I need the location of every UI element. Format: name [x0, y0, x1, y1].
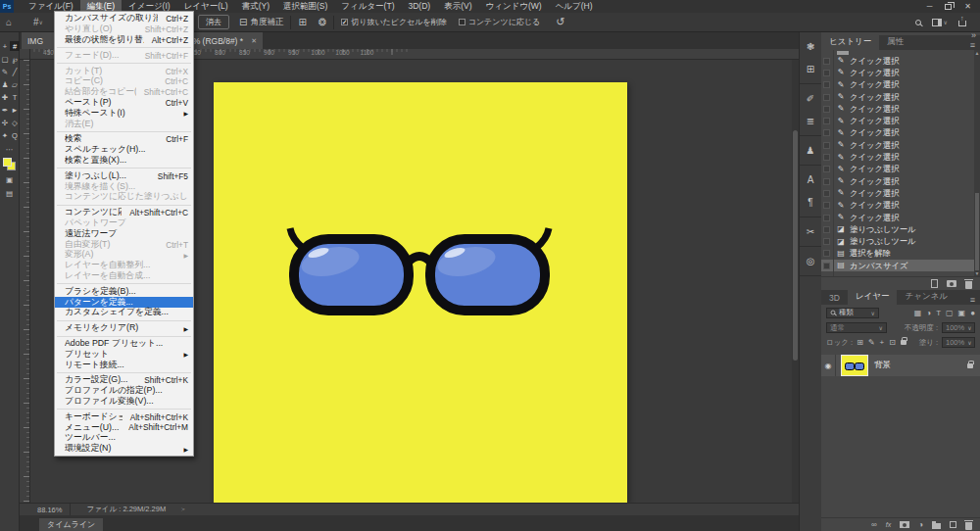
lock-move-icon[interactable]: +: [880, 338, 885, 347]
menu-item[interactable]: 最後の状態を切り替えAlt+Ctrl+Z: [55, 35, 193, 46]
tool-presets-panel-icon[interactable]: ✂: [800, 220, 821, 243]
history-source-well[interactable]: [823, 215, 830, 221]
filter-type-icon[interactable]: T: [936, 309, 941, 317]
menu-表示(V)[interactable]: 表示(V): [437, 0, 478, 13]
menu-item[interactable]: リモート接続...: [55, 360, 193, 370]
menu-item[interactable]: やり直し(O)Shift+Ctrl+Z: [55, 24, 193, 35]
brush-tool[interactable]: ╱: [10, 67, 20, 76]
filter-pixel-icon[interactable]: ▦: [914, 309, 922, 317]
delete-cropped-pixels-checkbox[interactable]: [341, 19, 348, 25]
menu-item[interactable]: キーボードショートカット...Alt+Shift+Ctrl+K: [55, 411, 193, 422]
character-panel-icon[interactable]: A: [800, 169, 821, 191]
layer-thumbnail[interactable]: [842, 356, 867, 375]
reset-icon[interactable]: ↺: [556, 17, 564, 27]
clone-stamp-tool[interactable]: ♟: [0, 79, 10, 89]
scrollbar-thumb[interactable]: [975, 193, 979, 270]
scroll-up-icon[interactable]: ▲: [974, 50, 980, 56]
history-source-well[interactable]: [823, 238, 830, 245]
blend-mode-select[interactable]: 通常 ∨: [826, 322, 887, 333]
menu-item[interactable]: Adobe PDF プリセット...: [55, 339, 193, 350]
history-source-well[interactable]: [823, 118, 830, 124]
lock-transparency-icon[interactable]: ⊞: [857, 338, 863, 347]
history-source-well[interactable]: [823, 178, 830, 185]
history-source-well[interactable]: [823, 106, 830, 113]
history-row[interactable]: ◪塗りつぶしツール: [821, 223, 974, 235]
new-layer-icon[interactable]: [950, 521, 956, 528]
lock-all-icon[interactable]: [901, 340, 906, 345]
menu-item[interactable]: ペースト(P)Ctrl+V: [55, 98, 193, 109]
layer-filter-select[interactable]: 種類 ∨: [826, 308, 879, 318]
menu-item[interactable]: パターンを定義...: [55, 297, 193, 308]
home-icon[interactable]: ⌂: [6, 18, 12, 27]
straighten-icon[interactable]: ⊟: [239, 18, 247, 27]
menu-3D(D)[interactable]: 3D(D): [401, 0, 437, 13]
history-row[interactable]: ✎クイック選択: [821, 127, 974, 139]
history-row[interactable]: ◪塗りつぶしツール: [821, 235, 974, 247]
history-row[interactable]: ▤カンバスサイズ: [821, 260, 974, 271]
quick-mask-icon[interactable]: ▣: [5, 174, 15, 184]
new-document-from-state-icon[interactable]: [931, 279, 938, 288]
patterns-panel-icon[interactable]: ⊞: [800, 58, 821, 80]
menu-item[interactable]: パペットワープ: [55, 218, 193, 229]
history-row[interactable]: ✎クイック選択: [821, 139, 974, 151]
menu-item[interactable]: プロファイルの指定(P)...: [55, 386, 193, 397]
timeline-tab[interactable]: タイムライン: [39, 518, 103, 531]
history-row[interactable]: ✎クイック選択: [821, 200, 974, 212]
gear-icon[interactable]: ❂: [318, 18, 326, 27]
menu-item[interactable]: 塗りつぶし(L)...Shift+F5: [55, 170, 193, 181]
restore-icon[interactable]: [945, 4, 952, 10]
tab-3D[interactable]: 3D: [821, 291, 848, 305]
history-source-well[interactable]: [823, 142, 830, 149]
brushes-panel-icon[interactable]: ✐: [800, 87, 821, 110]
history-source-well[interactable]: [823, 250, 830, 257]
canvas-document[interactable]: [214, 82, 627, 503]
menu-書式(Y)[interactable]: 書式(Y): [235, 0, 276, 13]
history-source-well[interactable]: [823, 154, 830, 161]
history-source-well[interactable]: [823, 202, 830, 209]
menu-item[interactable]: コンテンツに応じた塗りつぶし...: [55, 192, 193, 203]
pen-tool[interactable]: ✒: [0, 105, 10, 115]
history-row[interactable]: ✎クイック選択: [821, 67, 974, 78]
straighten-label[interactable]: 角度補正: [250, 17, 283, 28]
history-row[interactable]: ✎クイック選択: [821, 164, 974, 175]
history-source-well[interactable]: [823, 81, 830, 88]
chevron-down-icon[interactable]: ∨: [39, 19, 43, 25]
lock-artboard-icon[interactable]: ⊡: [889, 338, 896, 347]
history-row[interactable]: ▤選択を解除: [821, 248, 974, 260]
history-source-well[interactable]: [823, 58, 830, 65]
menu-item[interactable]: プロファイル変換(V)...: [55, 397, 193, 408]
close-icon[interactable]: ✕: [964, 2, 971, 11]
history-source-well[interactable]: [823, 129, 830, 136]
paragraph-panel-icon[interactable]: ¶: [800, 191, 821, 214]
canvas-scrollbar[interactable]: [792, 60, 799, 503]
clear-crop-button[interactable]: 消去: [198, 15, 229, 29]
swatches-panel-icon[interactable]: ❃: [800, 35, 821, 58]
layer-mask-icon[interactable]: [900, 521, 909, 528]
status-chevron-icon[interactable]: ＞: [179, 505, 186, 514]
layer-comps-panel-icon[interactable]: ◎: [800, 250, 821, 272]
layer-visibility-toggle[interactable]: ◉: [821, 355, 836, 376]
share-icon[interactable]: [958, 21, 966, 26]
filter-smart-object-icon[interactable]: ▣: [958, 309, 966, 317]
menu-item[interactable]: 自由変形(T)Ctrl+T: [55, 239, 193, 250]
history-source-well[interactable]: [823, 70, 830, 76]
history-row[interactable]: ✎クイック選択: [821, 55, 974, 67]
quick-selection-tool[interactable]: ✎: [0, 67, 10, 76]
menu-item[interactable]: 消去(E): [55, 119, 193, 129]
filter-pin-icon[interactable]: ●: [970, 309, 975, 317]
minimize-icon[interactable]: ─: [927, 2, 933, 11]
history-row[interactable]: ✎クイック選択: [821, 175, 974, 187]
lock-paint-icon[interactable]: ✎: [868, 338, 875, 347]
menu-item[interactable]: 変形(A)▶: [55, 250, 193, 261]
new-snapshot-icon[interactable]: [947, 280, 956, 287]
marquee-tool[interactable]: ▢: [0, 54, 10, 64]
menu-選択範囲(S)[interactable]: 選択範囲(S): [276, 0, 334, 13]
menu-item[interactable]: カット(T)Ctrl+X: [55, 66, 193, 76]
history-source-well[interactable]: [823, 166, 830, 172]
menu-item[interactable]: ツールバー...: [55, 433, 193, 444]
close-tab-icon[interactable]: ✕: [251, 37, 257, 45]
type-tool[interactable]: T: [10, 92, 20, 102]
menu-item[interactable]: コンテンツに応じて拡大・縮小Alt+Shift+Ctrl+C: [55, 208, 193, 218]
more-tools-icon[interactable]: ⋯: [2, 144, 18, 154]
menu-item[interactable]: レイヤーを自動整列...: [55, 261, 193, 271]
